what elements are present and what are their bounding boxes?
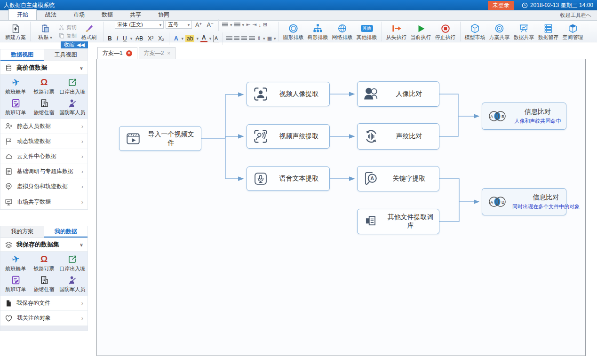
node-video-voiceprint-extract[interactable]: 视频声纹提取	[247, 124, 330, 149]
node-other-files-lexicon[interactable]: 其他文件提取词库	[357, 209, 439, 234]
tab-my-plans[interactable]: 我的方案	[0, 226, 44, 237]
strikethrough-button[interactable]: AB	[134, 35, 144, 42]
table-grid-button[interactable]: ⊞	[263, 22, 267, 28]
layers-icon	[5, 241, 13, 249]
node-face-compare[interactable]: 人像比对	[357, 81, 439, 107]
highlight-button[interactable]: ab	[185, 35, 194, 42]
data-retention-button[interactable]: 数据留存	[536, 23, 561, 40]
item-dynamic-track-data[interactable]: 动态轨迹数据›	[0, 134, 88, 149]
item-market-share-data[interactable]: 市场共享数据›	[0, 194, 88, 209]
login-status-badge[interactable]: 未登录	[488, 1, 514, 10]
venn-compare-icon: A B	[482, 195, 512, 208]
dataset-port-entry-exit[interactable]: 口岸出入境	[58, 76, 87, 97]
node-voiceprint-compare[interactable]: 声纹比对	[357, 123, 439, 150]
dataset-flight-manifest[interactable]: ✈ 航班舱单	[1, 76, 30, 97]
close-tab-icon[interactable]: ✕	[126, 50, 132, 56]
dataset-flight-order[interactable]: 航班订单	[1, 97, 30, 118]
ribbon-tab-market[interactable]: 市场	[65, 9, 93, 20]
close-tab-icon[interactable]: ×	[167, 50, 170, 56]
tree-layout-button[interactable]: 树形排版	[306, 23, 330, 40]
sidebar-collapse-button[interactable]: 收缩 ◀◀	[61, 41, 88, 48]
svg-text:B: B	[501, 114, 504, 119]
item-virtual-identity-data[interactable]: 虚拟身份和轨迹数据›	[0, 179, 88, 194]
circle-layout-button[interactable]: 圆形排版	[281, 23, 306, 40]
chevron-right-icon: ›	[81, 183, 83, 190]
dataset-hotel-stay[interactable]: 旅馆住宿	[30, 97, 58, 118]
dataset-railway-ticket[interactable]: Ω 铁路订票	[30, 253, 58, 274]
superscript-button[interactable]: X²	[146, 35, 155, 42]
align-center-button[interactable]	[234, 36, 239, 41]
ribbon-tab-tactics[interactable]: 战法	[37, 9, 65, 20]
item-cloud-file-data[interactable]: 云文件中心数据›	[0, 149, 88, 164]
model-market-button[interactable]: 模型市场	[463, 23, 487, 40]
dataset-flight-order[interactable]: 航班订单	[1, 274, 30, 294]
svg-text:A: A	[490, 114, 493, 119]
soldier-icon	[67, 97, 77, 109]
tab-tool-view[interactable]: 工具视图	[44, 49, 88, 61]
space-management-button[interactable]: 空间管理	[561, 23, 585, 40]
enclose-char-button[interactable]: A	[213, 35, 219, 42]
indent-button[interactable]: ⇥	[252, 22, 256, 28]
run-from-start-button[interactable]: 从头执行	[384, 23, 409, 40]
ribbon-tab-start[interactable]: 开始	[8, 9, 37, 20]
shrink-font-button[interactable]: A⁻	[206, 22, 215, 28]
node-keyword-extract[interactable]: 关键字提取	[357, 166, 439, 191]
node-import-video-file[interactable]: 导入一个视频文件	[119, 126, 201, 151]
align-left-button[interactable]	[226, 36, 232, 41]
other-layout-button[interactable]: 其他 其他排版	[355, 23, 379, 40]
network-layout-button[interactable]: 网络排版	[330, 23, 355, 40]
node-info-compare-multifile[interactable]: A B 信息比对 同时出现在多个文件中的对象	[482, 188, 566, 215]
new-plan-button[interactable]: 新建方案	[3, 23, 28, 40]
line-spacing-button[interactable]: ⇕	[257, 35, 261, 41]
node-info-compare-face-voice[interactable]: A B 信息比对 人像和声纹共同命中	[482, 103, 566, 130]
plan-tab-2[interactable]: 方案—2 ×	[139, 47, 175, 59]
plan-share-button[interactable]: 方案共享	[487, 23, 512, 40]
item-static-person-data[interactable]: 静态人员数据›	[0, 119, 88, 134]
dataset-flight-manifest[interactable]: ✈ 航班舱单	[1, 253, 30, 274]
bullet-list-button[interactable]	[222, 23, 228, 27]
copy-button[interactable]: 复制	[58, 32, 77, 39]
item-my-saved-files[interactable]: 我保存的文件›	[0, 296, 88, 311]
grow-font-button[interactable]: A⁺	[194, 22, 203, 28]
text-effects-button[interactable]: A	[173, 35, 180, 42]
plan-tab-1[interactable]: 方案—1 ✕	[97, 47, 137, 59]
align-justify-button[interactable]	[249, 36, 255, 41]
dataset-port-entry-exit[interactable]: 口岸出入境	[58, 253, 87, 274]
group-layout: 圆形排版 树形排版 网络排版 其他 其他排版	[279, 22, 382, 41]
font-color-button[interactable]: A	[200, 34, 207, 42]
flow-canvas[interactable]: 导入一个视频文件 视频人像提取 视频声纹提取 语音文本提取 人像比对 声纹比对 …	[96, 59, 586, 356]
database-icon	[5, 64, 13, 72]
node-video-face-extract[interactable]: 视频人像提取	[247, 82, 330, 106]
tab-data-view[interactable]: 数据视图	[0, 49, 44, 61]
font-family-select[interactable]: 宋体 (正文)▾	[115, 21, 164, 29]
stop-run-button[interactable]: 停止执行	[433, 23, 458, 40]
microphone-icon	[247, 171, 274, 187]
paste-button[interactable]: 粘贴 ▾	[33, 23, 57, 40]
dataset-military-personnel[interactable]: 国防军人员	[58, 97, 87, 118]
format-painter-button[interactable]: 格式刷	[77, 23, 101, 40]
shading-button[interactable]: ▦	[267, 35, 272, 41]
tab-my-data[interactable]: 我的数据	[44, 226, 88, 237]
outdent-button[interactable]: ⇤	[246, 22, 250, 28]
node-speech-text-extract[interactable]: 语音文本提取	[247, 166, 330, 191]
data-share-button[interactable]: 数据共享	[512, 23, 536, 40]
run-current-button[interactable]: 当前执行	[409, 23, 433, 40]
saved-dataset-grid: ✈ 航班舱单 Ω 铁路订票 口岸出入境 航班订单 旅馆住宿 国防军人员	[0, 252, 88, 296]
dataset-hotel-stay[interactable]: 旅馆住宿	[30, 274, 58, 294]
cut-button[interactable]: 剪切	[58, 24, 77, 31]
align-right-button[interactable]	[241, 36, 247, 41]
font-size-select[interactable]: 五号▾	[166, 21, 192, 29]
item-survey-library-data[interactable]: 基础调研与专题库数据›	[0, 164, 88, 179]
section-my-saved-datasets[interactable]: 我保存的数据集 ∨	[0, 238, 88, 252]
underline-button[interactable]: U	[121, 35, 128, 42]
item-my-followed-objects[interactable]: 我关注的对象›	[0, 311, 88, 326]
dataset-military-personnel[interactable]: 国防军人员	[58, 274, 87, 294]
subscript-button[interactable]: X₂	[157, 35, 166, 42]
italic-button[interactable]: I	[115, 35, 119, 42]
collapse-toolbar-link[interactable]: 收起工具栏へ	[560, 12, 591, 20]
sort-button[interactable]: ↓	[259, 22, 262, 28]
bold-button[interactable]: B	[106, 35, 113, 42]
section-high-value-data[interactable]: 高价值数据 ∨	[0, 61, 88, 75]
number-list-button[interactable]	[234, 23, 240, 27]
dataset-railway-ticket[interactable]: Ω 铁路订票	[30, 76, 58, 97]
